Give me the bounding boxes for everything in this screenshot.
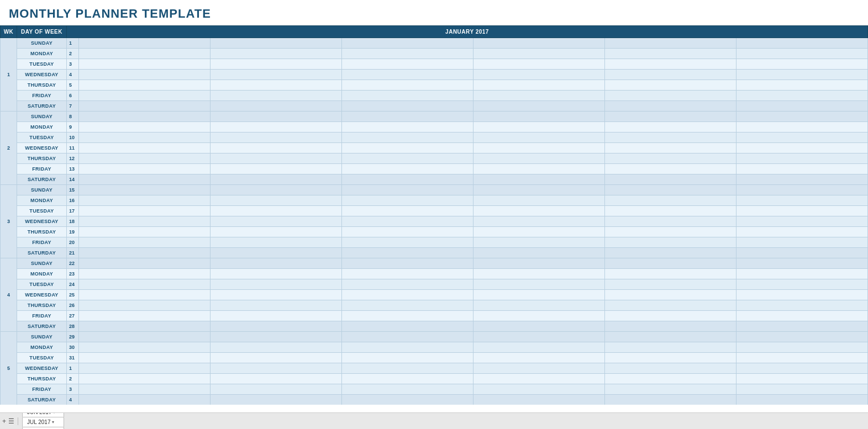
data-cell[interactable] [79,237,211,248]
data-cell[interactable] [342,269,474,279]
table-row[interactable]: THURSDAY12 [1,153,868,164]
data-cell[interactable] [474,195,605,206]
data-cell[interactable] [79,290,211,300]
data-cell[interactable] [605,363,737,374]
data-cell[interactable] [737,279,868,290]
data-cell[interactable] [737,80,868,91]
data-cell[interactable] [737,227,868,237]
data-cell[interactable] [474,122,605,133]
data-cell[interactable] [211,258,342,269]
data-cell[interactable] [737,91,868,101]
data-cell[interactable] [342,279,474,290]
data-cell[interactable] [474,80,605,91]
data-cell[interactable] [474,174,605,185]
data-cell[interactable] [79,342,211,353]
data-cell[interactable] [737,143,868,153]
data-cell[interactable] [474,342,605,353]
data-cell[interactable] [211,91,342,101]
data-cell[interactable] [737,112,868,122]
data-cell[interactable] [605,311,737,321]
data-cell[interactable] [605,133,737,143]
data-cell[interactable] [211,342,342,353]
data-cell[interactable] [211,38,342,49]
data-cell[interactable] [474,49,605,59]
data-cell[interactable] [211,49,342,59]
data-cell[interactable] [342,101,474,112]
data-cell[interactable] [79,153,211,164]
data-cell[interactable] [342,122,474,133]
data-cell[interactable] [474,321,605,332]
data-cell[interactable] [605,279,737,290]
data-cell[interactable] [342,59,474,70]
data-cell[interactable] [211,237,342,248]
table-row[interactable]: MONDAY16 [1,195,868,206]
table-row[interactable]: 5SUNDAY29 [1,332,868,342]
data-cell[interactable] [342,342,474,353]
table-row[interactable]: FRIDAY20 [1,237,868,248]
data-cell[interactable] [211,59,342,70]
data-cell[interactable] [737,395,868,405]
data-cell[interactable] [211,290,342,300]
data-cell[interactable] [737,38,868,49]
data-cell[interactable] [737,49,868,59]
data-cell[interactable] [211,353,342,363]
data-cell[interactable] [605,112,737,122]
data-cell[interactable] [79,311,211,321]
data-cell[interactable] [211,300,342,311]
data-cell[interactable] [211,279,342,290]
data-cell[interactable] [474,248,605,258]
table-row[interactable]: SATURDAY14 [1,174,868,185]
data-cell[interactable] [342,143,474,153]
data-cell[interactable] [211,321,342,332]
data-cell[interactable] [211,384,342,395]
data-cell[interactable] [79,195,211,206]
data-cell[interactable] [342,363,474,374]
data-cell[interactable] [737,164,868,174]
data-cell[interactable] [79,185,211,195]
data-cell[interactable] [211,164,342,174]
data-cell[interactable] [474,185,605,195]
data-cell[interactable] [605,384,737,395]
data-cell[interactable] [342,332,474,342]
data-cell[interactable] [342,206,474,216]
data-cell[interactable] [342,395,474,405]
data-cell[interactable] [737,101,868,112]
table-row[interactable]: 3SUNDAY15 [1,185,868,195]
data-cell[interactable] [474,395,605,405]
data-cell[interactable] [474,300,605,311]
data-cell[interactable] [737,290,868,300]
data-cell[interactable] [737,269,868,279]
data-cell[interactable] [79,227,211,237]
data-cell[interactable] [737,311,868,321]
data-cell[interactable] [474,206,605,216]
data-cell[interactable] [211,80,342,91]
data-cell[interactable] [605,206,737,216]
data-cell[interactable] [79,38,211,49]
data-cell[interactable] [737,185,868,195]
data-cell[interactable] [474,70,605,80]
data-cell[interactable] [211,269,342,279]
data-cell[interactable] [79,70,211,80]
data-cell[interactable] [342,248,474,258]
data-cell[interactable] [211,206,342,216]
data-cell[interactable] [474,164,605,174]
data-cell[interactable] [737,342,868,353]
data-cell[interactable] [211,185,342,195]
data-cell[interactable] [211,70,342,80]
data-cell[interactable] [737,248,868,258]
table-row[interactable]: SATURDAY4 [1,395,868,405]
table-row[interactable]: WEDNESDAY18 [1,216,868,227]
data-cell[interactable] [79,353,211,363]
data-cell[interactable] [605,248,737,258]
data-cell[interactable] [605,342,737,353]
data-cell[interactable] [342,227,474,237]
table-row[interactable]: MONDAY30 [1,342,868,353]
data-cell[interactable] [79,279,211,290]
data-cell[interactable] [605,195,737,206]
data-cell[interactable] [211,363,342,374]
data-cell[interactable] [737,195,868,206]
table-row[interactable]: FRIDAY27 [1,311,868,321]
data-cell[interactable] [605,122,737,133]
data-cell[interactable] [79,174,211,185]
data-cell[interactable] [605,374,737,384]
